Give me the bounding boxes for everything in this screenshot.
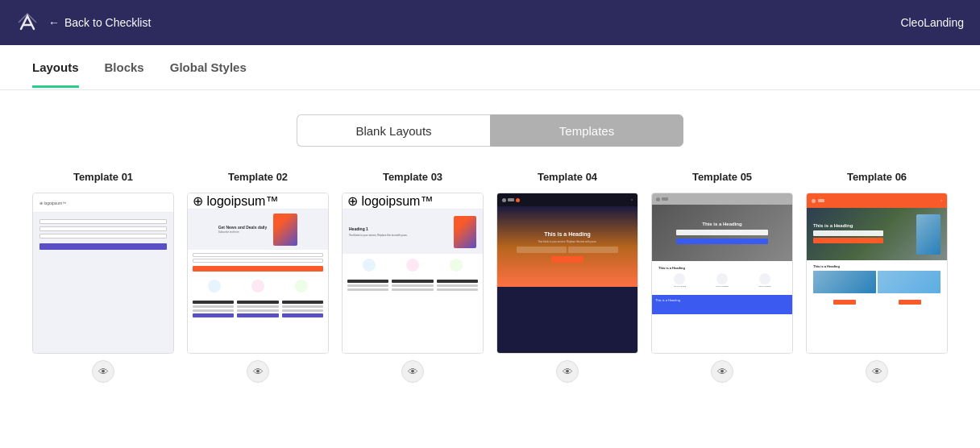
template-03-preview-button[interactable]: 👁 bbox=[401, 360, 424, 383]
template-05-preview-button[interactable]: 👁 bbox=[711, 360, 733, 383]
main-content: Blank Layouts Templates Template 01 ⊕ lo… bbox=[0, 90, 980, 448]
tab-global-styles[interactable]: Global Styles bbox=[170, 48, 247, 88]
layout-toggle-group: Blank Layouts Templates bbox=[32, 114, 948, 147]
eye-icon-6: 👁 bbox=[872, 366, 882, 378]
tab-blocks[interactable]: Blocks bbox=[105, 48, 144, 88]
topbar: ← Back to Checklist CleoLanding bbox=[0, 0, 980, 45]
template-06-col: Template 06 ≡ This is a Head bbox=[806, 171, 948, 383]
template-05-col: Template 05 ≡ This is a Heading bbox=[651, 171, 793, 383]
template-01-preview: ⊕ logoipsum™ bbox=[33, 193, 173, 353]
eye-icon: 👁 bbox=[98, 366, 109, 378]
template-03-title: Template 03 bbox=[383, 171, 442, 183]
template-06-preview-button[interactable]: 👁 bbox=[866, 360, 888, 383]
template-01-card[interactable]: ⊕ logoipsum™ bbox=[32, 193, 174, 354]
blank-layouts-button[interactable]: Blank Layouts bbox=[297, 114, 490, 147]
template-03-card[interactable]: ⊕ logoipsum™ Heading 1 Text block to you… bbox=[342, 193, 484, 354]
template-06-title: Template 06 bbox=[847, 171, 907, 183]
tab-layouts[interactable]: Layouts bbox=[32, 48, 79, 88]
eye-icon-3: 👁 bbox=[408, 366, 418, 378]
template-02-col: Template 02 ⊕ logoipsum™ Get News and De… bbox=[187, 171, 329, 383]
template-05-title: Template 05 bbox=[692, 171, 752, 183]
eye-icon-5: 👁 bbox=[717, 366, 728, 378]
template-04-col: Template 04 ≡ This is a Heading Text blo… bbox=[496, 171, 638, 383]
template-04-preview-button[interactable]: 👁 bbox=[556, 360, 579, 383]
template-05-card[interactable]: ≡ This is a Heading This is a Heading Th… bbox=[651, 193, 793, 354]
template-03-preview: ⊕ logoipsum™ Heading 1 Text block to you… bbox=[343, 193, 483, 353]
eye-icon-4: 👁 bbox=[563, 366, 573, 378]
template-01-preview-button[interactable]: 👁 bbox=[92, 360, 114, 383]
template-05-preview: ≡ This is a Heading This is a Heading Th… bbox=[652, 193, 792, 353]
topbar-left: ← Back to Checklist bbox=[16, 11, 151, 34]
template-01-col: Template 01 ⊕ logoipsum™ 👁 bbox=[32, 171, 174, 383]
template-02-preview-button[interactable]: 👁 bbox=[247, 360, 269, 383]
arrow-left-icon: ← bbox=[48, 16, 60, 29]
eye-icon-2: 👁 bbox=[253, 366, 264, 378]
secondary-nav: Layouts Blocks Global Styles bbox=[0, 45, 980, 90]
template-02-title: Template 02 bbox=[228, 171, 288, 183]
template-04-card[interactable]: ≡ This is a Heading Text block to your s… bbox=[496, 193, 638, 354]
templates-button[interactable]: Templates bbox=[490, 114, 683, 147]
template-02-card[interactable]: ⊕ logoipsum™ Get News and Deals dailySub… bbox=[187, 193, 329, 354]
template-06-preview: ≡ This is a Heading This is a Heading bbox=[807, 193, 947, 353]
templates-grid: Template 01 ⊕ logoipsum™ 👁 Template 02 bbox=[32, 171, 948, 383]
back-label: Back to Checklist bbox=[64, 16, 151, 29]
template-03-col: Template 03 ⊕ logoipsum™ Heading 1 Text … bbox=[342, 171, 484, 383]
template-04-preview: ≡ This is a Heading Text block to your s… bbox=[497, 193, 637, 353]
back-to-checklist-button[interactable]: ← Back to Checklist bbox=[48, 16, 151, 29]
template-06-card[interactable]: ≡ This is a Heading This is a Heading bbox=[806, 193, 948, 354]
template-04-title: Template 04 bbox=[538, 171, 597, 183]
template-01-title: Template 01 bbox=[73, 171, 133, 183]
app-name: CleoLanding bbox=[900, 16, 964, 29]
template-02-preview: ⊕ logoipsum™ Get News and Deals dailySub… bbox=[188, 193, 328, 353]
logo-icon bbox=[16, 11, 39, 34]
